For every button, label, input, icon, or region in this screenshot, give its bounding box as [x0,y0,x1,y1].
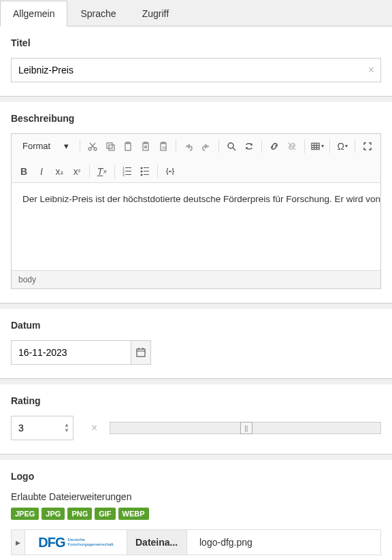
svg-rect-22 [144,167,149,168]
chevron-right-icon: ▸ [16,537,20,548]
titel-clear-icon[interactable]: × [368,64,374,76]
logo-label: Logo [11,471,381,482]
svg-point-21 [141,174,143,176]
italic-icon[interactable]: I [35,165,48,178]
section-titel: Titel × [0,27,392,97]
format-dropdown[interactable]: Format ▾ [17,138,74,154]
thumb-logo-sub2: Forschungsgemeinschaft [68,542,114,547]
svg-rect-2 [107,143,112,148]
titel-input[interactable] [11,58,381,82]
superscript-icon[interactable]: x² [70,165,84,178]
find-icon[interactable] [225,139,238,153]
unordered-list-icon[interactable] [138,165,152,178]
svg-point-0 [88,148,91,150]
badge-webp: WEBP [118,508,149,520]
svg-rect-3 [109,145,114,150]
table-icon[interactable]: ▾ [310,139,324,153]
editor-toolbar: Format ▾ W [12,134,380,183]
undo-icon[interactable] [182,139,195,153]
bold-icon[interactable]: B [17,165,31,178]
section-datum: Datum [0,309,392,379]
datum-input[interactable] [11,340,131,365]
redo-icon[interactable] [199,139,213,153]
beschreibung-label: Beschreibung [11,113,381,124]
svg-rect-16 [125,167,131,168]
ordered-list-icon[interactable]: 123 [120,165,134,178]
special-char-icon[interactable]: Ω▾ [336,139,349,153]
editor-elements-path[interactable]: body [12,270,380,289]
rating-label: Rating [11,395,381,406]
thumb-logo-text: DFG [38,535,65,550]
tab-sprache[interactable]: Sprache [67,1,129,27]
link-icon[interactable] [267,139,281,153]
remove-format-icon[interactable]: T× [95,165,109,178]
svg-text:3: 3 [122,173,125,177]
file-row: ▸ DFG Deutsche Forschungsgemeinschaft Da… [11,529,381,555]
file-toggle[interactable]: ▸ [12,530,25,555]
subscript-icon[interactable]: x₂ [52,165,66,178]
badge-jpg: JPG [42,508,65,520]
badge-png: PNG [67,508,92,520]
file-name: logo-dfg.png [187,530,380,555]
paste-text-icon[interactable] [139,139,152,153]
copy-icon[interactable] [103,139,117,153]
replace-icon[interactable] [242,139,256,153]
rating-spinner[interactable]: ▲▼ [64,423,69,433]
svg-rect-17 [125,171,131,171]
svg-rect-24 [144,174,149,175]
paste-icon[interactable] [121,139,135,153]
tab-allgemein[interactable]: Allgemein [0,1,67,27]
datum-label: Datum [11,320,381,331]
svg-point-20 [141,171,143,173]
section-rating: Rating ▲▼ × || [0,384,392,455]
svg-point-1 [94,148,97,150]
svg-rect-12 [312,143,319,149]
thumb-logo-sub1: Deutsche [68,538,114,542]
rating-clear-icon[interactable]: × [91,422,97,434]
calendar-icon [135,347,146,358]
rating-slider[interactable]: || [110,422,381,434]
file-column-header: Dateina... [127,530,187,555]
svg-rect-23 [144,171,149,171]
rating-slider-thumb[interactable]: || [240,422,252,434]
badge-jpeg: JPEG [11,508,39,520]
svg-rect-25 [137,349,145,357]
cut-icon[interactable] [86,139,99,153]
badge-gif: GIF [95,508,115,520]
calendar-button[interactable] [131,340,151,365]
unlink-icon[interactable] [285,139,299,153]
extensions-label: Erlaubte Dateierweiterungen [11,491,381,502]
svg-text:W: W [162,146,166,150]
file-thumbnail[interactable]: DFG Deutsche Forschungsgemeinschaft [25,530,127,555]
section-beschreibung: Beschreibung Format ▾ W [0,102,392,303]
section-logo: Logo Erlaubte Dateierweiterungen JPEG JP… [0,460,392,560]
page-break-icon[interactable] [163,165,177,178]
maximize-icon[interactable] [361,139,374,153]
svg-rect-18 [125,174,131,175]
editor-content[interactable]: Der Leibniz-Preis ist der höchstdotierte… [12,183,380,270]
paste-word-icon[interactable]: W [157,139,170,153]
titel-label: Titel [11,37,381,48]
tab-zugriff[interactable]: Zugriff [129,1,182,27]
rich-text-editor: Format ▾ W [11,133,381,289]
extension-badges: JPEG JPG PNG GIF WEBP [11,508,381,520]
tab-bar: Allgemein Sprache Zugriff [0,0,392,27]
svg-point-11 [228,143,233,148]
caret-down-icon: ▾ [64,141,69,151]
svg-point-19 [141,167,143,169]
